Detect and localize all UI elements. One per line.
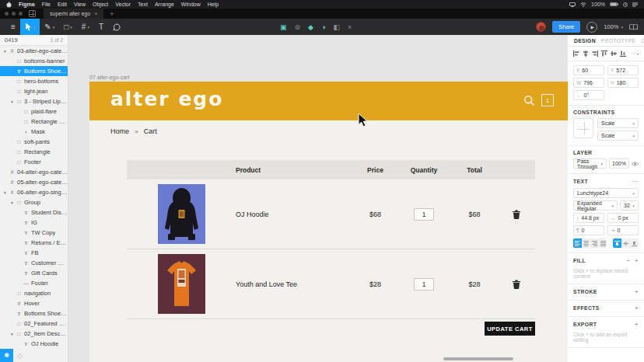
layer-row[interactable]: TOJ Hoodie [0,339,68,349]
paragraph-indent-field[interactable]: ⇥0 [607,225,639,235]
layer-row[interactable]: THover [0,298,68,308]
font-family-select[interactable]: Lunchtype24▾ [573,188,639,198]
text-align-vertical-control[interactable] [613,238,639,248]
layer-row[interactable]: □hero-bottoms [0,76,68,86]
close-tab-icon[interactable]: × [94,11,97,16]
pen-tool-button[interactable]: ✎▾ [40,19,59,35]
product-image-hoodie[interactable] [127,184,236,244]
horizontal-scrollbar[interactable] [443,357,513,360]
menu-item-window[interactable]: Window [181,2,201,7]
zoom-control[interactable]: 100% ▾ [604,23,623,30]
frame-title[interactable]: 07 alter-ego-cart [89,75,129,80]
tab-code[interactable]: CODE [641,38,644,44]
height-field[interactable]: H180 [607,78,639,88]
layer-row[interactable]: □soft-pants [0,137,68,147]
rotate-icon[interactable]: ⊚ [295,23,301,31]
product-image-tee[interactable] [127,254,236,314]
quantity-input[interactable]: 1 [414,208,434,221]
shape-tool-button[interactable]: □▾ [59,19,77,35]
layer-row[interactable]: □Rectangle Copy 13 [0,117,68,127]
text-options-icon[interactable]: ⋯ [632,178,639,185]
pages-icon[interactable] [629,24,638,30]
trash-icon[interactable] [498,280,535,289]
constraints-widget[interactable] [573,118,593,138]
page-selector[interactable]: 0419 1 of 2 [0,35,68,46]
add-fill-icon[interactable]: + [635,257,639,264]
display-icon[interactable] [569,2,576,7]
mask-icon[interactable]: ◑ [321,23,325,31]
line-height-field[interactable]: ↕44.8 px [573,213,604,223]
move-tool-button[interactable]: ▾ [20,19,40,35]
layer-row[interactable]: TBottoms Shoes Access [0,66,68,76]
share-button[interactable]: Share [552,21,580,33]
layer-row[interactable]: □plaid-flare [0,106,68,117]
layer-row[interactable]: TBottoms Shoes Access [0,308,68,318]
layer-row[interactable]: #05-alter-ego-category-access... [0,177,68,187]
font-size-select[interactable]: 32▾ [620,200,639,211]
notification-list-icon[interactable] [632,2,638,7]
update-cart-button[interactable]: UPDATE CART [485,322,535,336]
layer-row[interactable]: TCustomer Support [0,258,68,268]
layer-row[interactable]: ▾#06-alter-ego-single-product [0,187,68,197]
wifi-icon[interactable] [580,2,586,7]
text-align-horizontal-control[interactable] [573,238,607,248]
new-tab-button[interactable]: + [110,10,114,18]
menu-item-file[interactable]: File [42,2,51,7]
clock-icon[interactable] [623,2,628,7]
text-tool-button[interactable]: T [94,19,108,35]
trash-icon[interactable] [498,210,535,219]
horizontal-constraint-select[interactable]: Scale▾ [597,118,639,128]
flatten-icon[interactable]: ◆ [308,23,313,31]
tab-prototype[interactable]: PROTOTYPE [601,38,636,44]
menu-item-vector[interactable]: Vector [115,2,131,7]
menu-item-view[interactable]: View [74,2,86,7]
add-export-icon[interactable]: + [635,321,639,328]
layer-row[interactable]: □light-jean [0,86,68,96]
menu-item-text[interactable]: Text [138,2,148,7]
detach-icon[interactable]: × [348,23,352,31]
apple-logo-icon[interactable] [6,2,12,8]
layer-row[interactable]: ◖Mask [0,127,68,137]
vertical-constraint-select[interactable]: Scale▾ [597,131,639,141]
layer-row[interactable]: □bottoms-banner [0,56,68,66]
community-home-icon[interactable] [29,10,36,17]
layer-row[interactable]: ▾□02_Item Description [0,329,68,339]
align-left-icon[interactable] [573,50,579,57]
layer-row[interactable]: TStudent Discount Copy [0,207,68,218]
add-effect-icon[interactable]: + [635,305,639,312]
layer-row[interactable]: TIG [0,218,68,228]
menu-item-help[interactable]: Help [208,2,219,7]
layer-row[interactable]: □navigation [0,288,68,298]
layer-row[interactable]: —Footer [0,278,68,288]
layer-row[interactable]: TFB [0,248,68,258]
layer-row[interactable]: #04-alter-ego-category-shoes [0,167,68,177]
align-h-center-icon[interactable] [583,50,589,57]
menu-item-arrange[interactable]: Arrange [155,2,174,7]
main-menu-icon[interactable]: ≡ [6,19,20,35]
blend-mode-select[interactable]: Pass Through▾ [573,158,607,169]
window-traffic-lights[interactable] [5,12,23,16]
file-tab[interactable]: superhi alter ego × [44,9,103,19]
align-bottom-icon[interactable] [620,50,626,57]
y-position-field[interactable]: Y572 [607,65,639,75]
present-button[interactable]: ▶ [586,22,597,33]
components-view-button[interactable]: ◇ [13,349,26,362]
opacity-field[interactable]: 100% [609,158,629,169]
paragraph-spacing-field[interactable]: ¶0 [573,225,604,235]
menu-item-figma[interactable]: Figma [19,2,35,7]
user-avatar[interactable] [536,22,546,32]
width-field[interactable]: W796 [573,78,604,88]
canvas[interactable]: 07 alter-ego-cart alter ego 1 Home > Car… [68,35,568,362]
menu-item-edit[interactable]: Edit [58,2,67,7]
x-position-field[interactable]: X60 [573,65,604,75]
font-style-select[interactable]: Expanded Regular▾ [573,200,618,211]
layer-row[interactable]: ▾□3 - Striped Lips Tee [0,96,68,106]
align-top-icon[interactable] [601,50,607,57]
tab-design[interactable]: DESIGN [574,38,596,44]
menu-item-object[interactable]: Object [93,2,108,7]
layer-row[interactable]: TReturns / Exchanges [0,238,68,248]
distribute-menu[interactable]: ⋯▾ [631,50,639,57]
remove-fill-icon[interactable]: − [627,257,631,264]
cart-frame[interactable]: alter ego 1 Home > Cart ProductPriceQuan… [89,82,568,362]
layer-row[interactable]: □02_Featured Product: OJ .. [0,318,68,329]
